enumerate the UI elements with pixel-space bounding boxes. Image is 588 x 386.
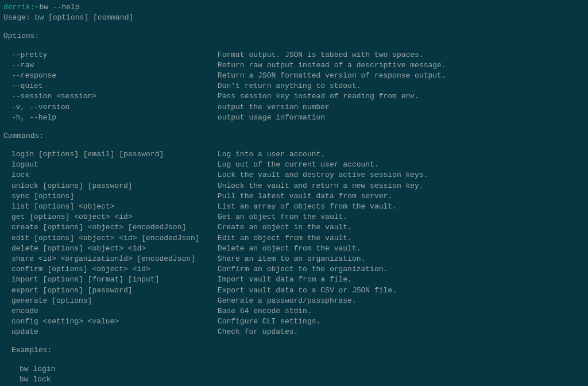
option-desc: Format output. JSON is tabbed with two s…: [218, 51, 424, 59]
command-desc: Log into a user account.: [218, 150, 325, 159]
option-row: --quiet Don't return anything to stdout.: [3, 81, 585, 91]
option-row: --raw Return raw output instead of a des…: [3, 60, 585, 71]
examples-header: Examples:: [3, 345, 585, 356]
command-desc: Pull the latest vault data from server.: [218, 192, 392, 200]
option-flag: -v, --version: [11, 103, 218, 111]
command-row: share <id> <organizationId> [encodedJson…: [3, 254, 585, 264]
command-row: lock Lock the vault and destroy active s…: [3, 170, 585, 180]
command-name: generate [options]: [11, 296, 218, 305]
command-desc: List an array of objects from the vault.: [218, 202, 397, 211]
command-row: import [options] [format] [input] Import…: [3, 275, 585, 285]
commands-block: login [options] [email] [password] Log i…: [3, 149, 585, 337]
command-name: import [options] [format] [input]: [11, 275, 218, 284]
command-desc: Check for updates.: [218, 327, 298, 336]
commands-header: Commands:: [3, 131, 585, 141]
option-desc: Return a JSON formatted version of respo…: [218, 71, 446, 80]
command-name: list [options] <object>: [11, 202, 218, 211]
command-desc: Export vault data to a CSV or JSON file.: [218, 286, 397, 295]
command-row: list [options] <object> List an array of…: [3, 202, 585, 212]
command-row: confirm [options] <object> <id> Confirm …: [3, 264, 585, 275]
command-desc: Base 64 encode stdin.: [218, 307, 312, 315]
command-row: get [options] <object> <id> Get an objec…: [3, 212, 585, 222]
command-row: edit [options] <object> <id> [encodedJso…: [3, 233, 585, 244]
option-row: --session <session> Pass session key ins…: [3, 91, 585, 102]
command-name: export [options] [password]: [11, 286, 218, 295]
options-block: --pretty Format output. JSON is tabbed w…: [3, 50, 585, 123]
command-row: login [options] [email] [password] Log i…: [3, 149, 585, 160]
command-row: generate [options] Generate a password/p…: [3, 296, 585, 306]
option-row: -v, --version output the version number: [3, 102, 585, 113]
option-flag: --pretty: [11, 51, 218, 59]
option-flag: --session <session>: [11, 92, 218, 101]
command-row: sync [options] Pull the latest vault dat…: [3, 191, 585, 202]
command-desc: Import vault data from a file.: [218, 275, 352, 284]
command-desc: Generate a password/passphrase.: [218, 296, 357, 305]
command-desc: Delete an object from the vault.: [218, 244, 361, 253]
prompt-command: bw --help: [39, 2, 79, 13]
command-name: create [options] <object> [encodedJson]: [11, 223, 218, 231]
option-flag: --quiet: [11, 82, 218, 90]
command-row: create [options] <object> [encodedJson] …: [3, 222, 585, 233]
command-row: unlock [options] [password] Unlock the v…: [3, 181, 585, 191]
command-name: sync [options]: [11, 192, 218, 200]
command-name: logout: [11, 160, 218, 169]
command-desc: Confirm an object to the organization.: [218, 265, 388, 273]
option-flag: --response: [11, 71, 218, 80]
prompt-line[interactable]: derrik:~ bw --help: [3, 2, 585, 13]
command-desc: Unlock the vault and return a new sessio…: [218, 182, 424, 190]
command-name: encode: [11, 307, 218, 315]
command-row: export [options] [password] Export vault…: [3, 285, 585, 296]
command-desc: Log out of the current user account.: [218, 160, 379, 169]
option-desc: Don't return anything to stdout.: [218, 82, 361, 90]
command-name: get [options] <object> <id>: [11, 213, 218, 221]
command-name: share <id> <organizationId> [encodedJson…: [11, 254, 218, 263]
option-desc: output the version number: [218, 103, 330, 111]
option-desc: Pass session key instead of reading from…: [218, 92, 419, 101]
option-desc: Return raw output instead of a descripti…: [218, 61, 446, 70]
command-name: confirm [options] <object> <id>: [11, 265, 218, 273]
options-header: Options:: [3, 31, 585, 41]
option-desc: output usage information: [218, 113, 325, 122]
command-row: encode Base 64 encode stdin.: [3, 306, 585, 316]
command-name: config <setting> <value>: [11, 317, 218, 326]
command-desc: Get an object from the vault.: [218, 213, 347, 221]
command-desc: Create an object in the vault.: [218, 223, 352, 231]
command-desc: Share an item to an organization.: [218, 254, 365, 263]
command-desc: Lock the vault and destroy active sessio…: [218, 171, 428, 179]
command-name: update: [11, 327, 218, 336]
option-flag: -h, --help: [11, 113, 218, 122]
command-name: edit [options] <object> <id> [encodedJso…: [11, 234, 218, 242]
command-desc: Configure CLI settings.: [218, 317, 320, 326]
command-name: lock: [11, 171, 218, 179]
usage-line: Usage: bw [options] [command]: [3, 13, 585, 23]
option-row: --pretty Format output. JSON is tabbed w…: [3, 50, 585, 60]
examples-block: bw loginbw lockbw unlock myPassword321bw…: [3, 364, 585, 386]
command-name: unlock [options] [password]: [11, 182, 218, 190]
prompt-user: derrik:~: [3, 2, 39, 13]
command-row: delete [options] <object> <id> Delete an…: [3, 244, 585, 254]
command-name: delete [options] <object> <id>: [11, 244, 218, 253]
example-line: bw lock: [3, 375, 585, 385]
option-row: -h, --help output usage information: [3, 113, 585, 123]
command-desc: Edit an object from the vault.: [218, 234, 352, 242]
example-line: bw login: [3, 364, 585, 375]
command-row: update Check for updates.: [3, 327, 585, 337]
option-row: --response Return a JSON formatted versi…: [3, 71, 585, 81]
option-flag: --raw: [11, 61, 218, 70]
command-row: logout Log out of the current user accou…: [3, 160, 585, 170]
command-name: login [options] [email] [password]: [11, 150, 218, 159]
command-row: config <setting> <value> Configure CLI s…: [3, 316, 585, 327]
